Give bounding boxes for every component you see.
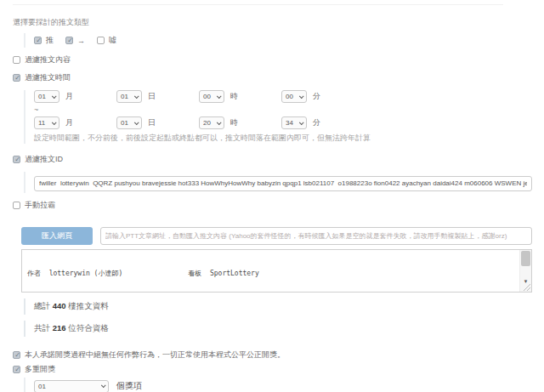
id-filter-input[interactable] — [34, 176, 532, 191]
day-unit-label: 日 — [148, 117, 156, 128]
stat-eligible: 共計 216 位符合資格 — [24, 321, 532, 337]
end-day-group: 01 日 — [116, 116, 199, 129]
type-option-boo: 噓 — [97, 35, 116, 46]
filter-id-row: 過濾推文ID — [13, 154, 532, 165]
start-hour-group: 00 時 — [199, 90, 281, 103]
manual-slot-label: 手動拉霸 — [25, 200, 55, 211]
type-option-push: 推 — [34, 35, 54, 46]
manual-slot-checkbox[interactable] — [13, 202, 20, 209]
manual-slot-row: 手動拉霸 — [13, 200, 532, 211]
chevron-down-icon — [299, 120, 304, 125]
multi-draw-label: 多重開獎 — [25, 364, 55, 375]
scrollbar-thumb[interactable] — [521, 251, 530, 266]
filter-content-row: 過濾推文內容 — [13, 54, 532, 65]
start-month-select[interactable]: 01 — [34, 90, 60, 103]
start-day-group: 01 日 — [116, 90, 199, 103]
end-minute-select[interactable]: 34 — [281, 116, 307, 129]
pledge-checkbox[interactable] — [13, 351, 20, 359]
type-filter-options: 推 → 噓 — [24, 33, 532, 48]
chevron-down-icon — [52, 94, 57, 99]
filter-id-label: 過濾推文ID — [25, 154, 63, 165]
start-day-select[interactable]: 01 — [116, 90, 142, 103]
prize-unit-label: 個獎項 — [116, 380, 142, 392]
start-month-group: 01 月 — [34, 90, 116, 103]
chevron-down-icon — [101, 383, 106, 388]
multi-draw-checkbox[interactable] — [13, 366, 20, 373]
id-filter-panel — [24, 172, 532, 193]
filter-content-checkbox[interactable] — [13, 56, 20, 64]
multi-draw-row: 多重開獎 — [13, 364, 532, 375]
stat-eligible-suffix: 位符合資格 — [68, 323, 109, 332]
month-unit-label: 月 — [65, 91, 73, 102]
article-content: 作者 lotterywin (小達師) 看板 SportLottery 標題 R… — [22, 250, 531, 293]
hour-unit-label: 時 — [230, 91, 238, 102]
filter-time-row: 過濾推文時間 — [13, 72, 532, 83]
prize-count-value: 01 — [38, 383, 46, 390]
end-hour-value: 20 — [203, 119, 211, 127]
time-range-panel: 01 月 01 日 00 時 00 分 ~ — [24, 90, 532, 144]
start-minute-group: 00 分 — [281, 90, 364, 103]
multi-draw-panel: 01 個獎項 此選項可一次開出多位得獎者 — [24, 378, 532, 392]
filter-time-label: 過濾推文時間 — [25, 72, 71, 83]
resize-grip-icon[interactable] — [524, 284, 530, 291]
boo-label: 噓 — [109, 35, 116, 46]
prize-count-select[interactable]: 01 — [34, 380, 109, 392]
stat-total-value: 440 — [53, 301, 66, 310]
chevron-down-icon — [52, 120, 57, 125]
article-textarea[interactable]: 作者 lotterywin (小達師) 看板 SportLottery 標題 R… — [21, 249, 532, 293]
hour-unit-label: 時 — [230, 117, 238, 128]
start-month-value: 01 — [38, 93, 46, 100]
chevron-down-icon — [217, 120, 222, 125]
stat-total: 總計 440 樓推文資料 — [24, 298, 532, 315]
end-hour-select[interactable]: 20 — [199, 116, 224, 129]
pledge-label: 本人承諾開獎過程中絕無任何作弊行為，一切正常使用本程式公平公正開獎。 — [25, 349, 285, 361]
push-checkbox[interactable] — [34, 37, 42, 44]
time-end-row: 11 月 01 日 20 時 34 分 — [34, 116, 532, 129]
start-day-value: 01 — [121, 93, 128, 100]
filter-id-checkbox[interactable] — [13, 156, 20, 163]
push-label: 推 — [46, 35, 54, 46]
prize-count-row: 01 個獎項 — [34, 380, 532, 392]
minute-unit-label: 分 — [313, 117, 320, 128]
end-month-value: 11 — [38, 119, 45, 127]
start-hour-select[interactable]: 00 — [199, 90, 224, 103]
start-minute-select[interactable]: 00 — [281, 90, 307, 103]
chevron-down-icon — [134, 94, 139, 99]
chevron-down-icon — [134, 120, 139, 125]
end-month-group: 11 月 — [34, 116, 116, 129]
month-unit-label: 月 — [65, 117, 73, 128]
arrow-checkbox[interactable] — [65, 37, 73, 44]
end-hour-group: 20 時 — [199, 116, 281, 129]
import-section: 匯入網頁 — [21, 227, 532, 245]
import-webpage-button[interactable]: 匯入網頁 — [21, 227, 93, 245]
arrow-label: → — [77, 37, 85, 45]
boo-checkbox[interactable] — [97, 37, 105, 44]
stat-eligible-prefix: 共計 — [34, 323, 50, 332]
top-divider — [13, 4, 503, 5]
type-filter-title: 選擇要採計的推文類型 — [13, 17, 532, 28]
time-start-row: 01 月 01 日 00 時 00 分 — [34, 90, 532, 103]
chevron-down-icon — [299, 94, 304, 99]
end-month-select[interactable]: 11 — [34, 116, 60, 129]
end-minute-group: 34 分 — [281, 116, 364, 129]
filter-time-checkbox[interactable] — [13, 74, 20, 82]
end-day-select[interactable]: 01 — [116, 116, 142, 129]
start-hour-value: 00 — [203, 93, 211, 100]
end-minute-value: 34 — [286, 119, 293, 127]
end-day-value: 01 — [121, 119, 128, 127]
stat-total-prefix: 總計 — [34, 301, 50, 310]
minute-unit-label: 分 — [313, 91, 320, 102]
type-option-arrow: → — [65, 37, 85, 45]
stat-total-suffix: 樓推文資料 — [68, 301, 109, 310]
filter-content-label: 過濾推文內容 — [25, 54, 71, 65]
article-url-input[interactable] — [100, 227, 532, 245]
chevron-down-icon — [217, 94, 222, 99]
day-unit-label: 日 — [148, 91, 156, 102]
article-line: 作者 lotterywin (小達師) 看板 SportLottery — [27, 270, 516, 279]
start-minute-value: 00 — [286, 93, 293, 100]
pledge-row: 本人承諾開獎過程中絕無任何作弊行為，一切正常使用本程式公平公正開獎。 — [13, 349, 532, 361]
range-tilde: ~ — [34, 105, 532, 114]
time-range-hint: 設定時間範圍，不分前後，前後設定起點或終點都可以，推文時間落在範圍內即可，但無法… — [34, 133, 532, 144]
stat-eligible-value: 216 — [53, 323, 66, 332]
